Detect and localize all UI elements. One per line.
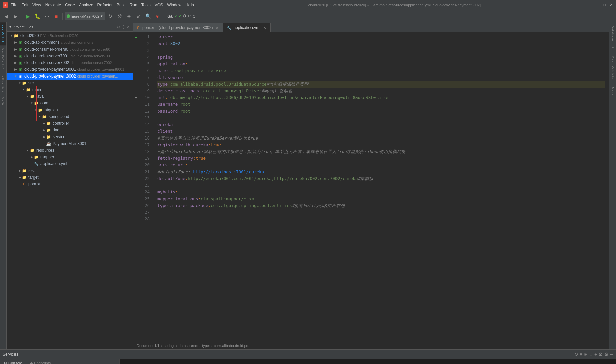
services-icon-group[interactable]: ⊞ — [584, 352, 588, 357]
tree-item-atguigu[interactable]: ▾ 📁 atguigu — [7, 107, 133, 113]
code-line-19: fetch-registry: true — [157, 155, 605, 162]
tab-application-yml[interactable]: 🔧 application.yml ✕ — [223, 23, 270, 32]
tree-item-java[interactable]: ▾ 📁 java — [7, 93, 133, 100]
toolbar-build3-button[interactable]: ↙ — [135, 12, 143, 20]
services-icon-add[interactable]: + — [594, 352, 597, 357]
services-icon-refresh[interactable]: ↻ — [574, 352, 578, 357]
services-tab-console[interactable]: ⊡ Console — [0, 359, 26, 364]
toolbar-coverage-button[interactable]: ⋯ — [43, 12, 51, 20]
toolbar-forward-button[interactable]: ▶ — [11, 12, 20, 20]
left-tab-project[interactable]: 1: Project — [0, 22, 6, 45]
tree-item-springcloud[interactable]: ▾ 📁 springcloud — [7, 113, 133, 120]
left-tab-web[interactable]: Web — [0, 94, 6, 108]
tree-item-payment8002[interactable]: ▾ ▣ cloud-provider-payment8002 cloud-pro… — [7, 73, 133, 80]
right-tab-database[interactable]: Database — [610, 24, 615, 43]
tree-item-src[interactable]: ▾ 📁 src — [7, 80, 133, 86]
bottom-panel-header: Services ↻ ≡ ⊞ ⊿ + ⚙ ⚙ ─ — [0, 350, 616, 359]
minimize-button[interactable]: ─ — [595, 3, 600, 7]
tree-item-eureka-7001[interactable]: ▶ ▣ cloud-eureka-server7001 cloud-eureka… — [7, 53, 133, 59]
code-line-28 — [157, 216, 605, 222]
services-tab-endpoints[interactable]: ◆ Endpoints — [26, 359, 55, 364]
tab-yml-close[interactable]: ✕ — [262, 25, 267, 30]
menu-help[interactable]: Help — [185, 3, 194, 7]
run-configuration-selector[interactable]: EurekaMain7002 ▾ — [65, 12, 105, 20]
menu-edit[interactable]: Edit — [21, 3, 28, 7]
tree-item-resources[interactable]: ▾ 📁 resources — [7, 147, 133, 154]
ln-19: 19 — [139, 155, 150, 162]
panel-close-icon[interactable]: ✕ — [127, 25, 130, 29]
toolbar-debug-button[interactable]: 🐛 — [33, 12, 41, 20]
menu-navigate[interactable]: Navigate — [45, 3, 61, 7]
toolbar-bookmark-button[interactable]: ♥ — [153, 12, 162, 20]
toolbar-run-button[interactable]: ▶ — [24, 12, 32, 20]
tree-item-eureka-7002[interactable]: ▶ ▣ cloud-eureka-server7002 cloud-eureka… — [7, 59, 133, 66]
menu-build[interactable]: Build — [117, 3, 126, 7]
maximize-button[interactable]: □ — [602, 3, 607, 7]
tree-item-controller[interactable]: ▶ 📁 controller — [7, 120, 133, 127]
menu-analyze[interactable]: Analyze — [79, 3, 93, 7]
menu-tools[interactable]: Tools — [141, 3, 151, 7]
panel-gear-icon[interactable]: ⚙ — [116, 25, 120, 29]
toolbar-build2-button[interactable]: ⊕ — [125, 12, 133, 20]
menu-code[interactable]: Code — [65, 3, 75, 7]
services-icon-collapse[interactable]: ≡ — [580, 352, 582, 357]
tree-item-service[interactable]: ▶ 📁 service — [7, 133, 133, 140]
menu-file[interactable]: File — [11, 3, 17, 7]
left-tab-favorites[interactable]: 2: Favorites — [0, 45, 6, 72]
tree-item-dao[interactable]: ▶ 📁 dao — [7, 127, 133, 133]
code-line-4: spring: — [157, 54, 605, 61]
project-dropdown-icon[interactable]: ▾ — [9, 25, 11, 29]
tree-item-api-commons[interactable]: ▶ ▣ cloud-api-commons cloud-api-commons — [7, 39, 133, 46]
breadcrumb-datasource[interactable]: datasource: — [179, 344, 198, 348]
git-history[interactable]: ⏱ — [192, 14, 196, 18]
menu-refactor[interactable]: Refactor — [97, 3, 113, 7]
git-settings[interactable]: ⚙ — [183, 14, 186, 18]
tree-item-test[interactable]: ▶ 📁 test — [7, 167, 133, 174]
git-undo[interactable]: ↩ — [188, 14, 191, 18]
toolbar-stop-button[interactable]: ■ — [52, 12, 60, 20]
tab-pom-xml[interactable]: 🗒 pom.xml (cloud-provider-payment8002) ✕ — [133, 23, 223, 32]
tree-item-com[interactable]: ▾ 📁 com — [7, 100, 133, 107]
git-checkmark1[interactable]: ✓ — [174, 14, 177, 18]
tab-pom-label: pom.xml (cloud-provider-payment8002) — [142, 25, 213, 30]
tree-item-payment8001[interactable]: ▶ ▣ cloud-provider-payment8001 cloud-pro… — [7, 66, 133, 73]
menu-window[interactable]: Window — [167, 3, 181, 7]
menu-run[interactable]: Run — [130, 3, 137, 7]
breadcrumb-value[interactable]: com.alibaba.druid.po... — [214, 344, 252, 348]
code-editor[interactable]: server: port: 8002 spring: application: … — [152, 32, 605, 342]
panel-settings-icon[interactable]: ⋮ — [121, 25, 125, 29]
services-icon-gear2[interactable]: ⚙ — [604, 352, 609, 357]
tree-item-application-yml[interactable]: 🔧 application.yml — [7, 160, 133, 167]
tree-item-consumer-order[interactable]: ▶ ▣ cloud-consumer-order80 cloud-consume… — [7, 46, 133, 53]
right-tab-ant[interactable]: Ant — [610, 44, 615, 54]
breadcrumb-spring[interactable]: spring: — [164, 344, 175, 348]
window-title: cloud2020 [F:\JetBrains\cloud2020] - ...… — [197, 3, 592, 7]
tree-arrow-controller: ▶ — [42, 121, 46, 125]
toolbar-search-button[interactable]: 🔍 — [144, 12, 152, 20]
folder-icon-atguigu: 📁 — [38, 107, 43, 113]
git-checkmark2[interactable]: ✓ — [179, 14, 182, 18]
close-button[interactable]: ✕ — [609, 3, 613, 7]
tree-item-payment-main[interactable]: ☕ PaymentMain8001 — [7, 140, 133, 147]
left-tab-structure[interactable]: Structure — [0, 72, 6, 95]
services-icon-minimize[interactable]: ─ — [610, 352, 613, 357]
tree-item-pom[interactable]: 🗒 pom.xml — [7, 181, 133, 187]
right-tab-maven[interactable]: Maven — [610, 85, 615, 100]
toolbar-reload-button[interactable]: ↻ — [106, 12, 114, 20]
services-icon-filter[interactable]: ⊿ — [589, 352, 593, 357]
menu-view[interactable]: View — [32, 3, 41, 7]
module-icon-consumer: ▣ — [18, 47, 23, 52]
tree-item-target[interactable]: ▶ 📁 target — [7, 174, 133, 181]
menu-vcs[interactable]: VCS — [155, 3, 163, 7]
toolbar-build-button[interactable]: ⚒ — [116, 12, 124, 20]
tree-item-mapper[interactable]: ▶ 📁 mapper — [7, 154, 133, 160]
tab-pom-close[interactable]: ✕ — [215, 25, 219, 30]
right-tab-bean-validation[interactable]: Bean Validation — [610, 54, 615, 84]
tree-item-main[interactable]: ▾ 📁 main — [7, 86, 133, 93]
editor-scrollbar[interactable] — [605, 32, 609, 342]
tree-item-cloud2020[interactable]: ▾ 📁 cloud2020 F:\JetBrains\cloud2020 — [7, 32, 133, 39]
toolbar-back-button[interactable]: ◀ — [2, 12, 10, 20]
code-line-6: name: cloud-provider-service — [157, 67, 605, 74]
breadcrumb-type[interactable]: type: — [202, 344, 210, 348]
services-icon-settings[interactable]: ⚙ — [598, 352, 603, 357]
